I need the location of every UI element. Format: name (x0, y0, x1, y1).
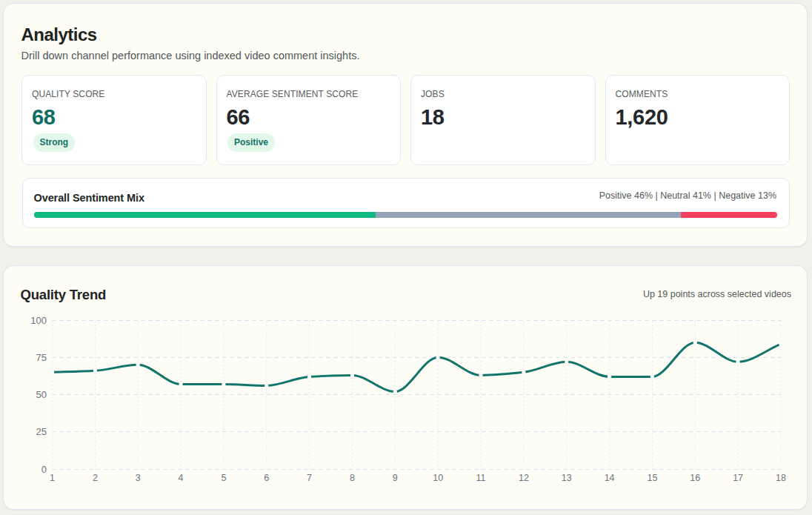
svg-text:13: 13 (562, 473, 572, 483)
svg-text:16: 16 (690, 473, 700, 483)
svg-text:4: 4 (179, 473, 184, 483)
svg-text:50: 50 (36, 389, 47, 400)
svg-text:9: 9 (393, 473, 398, 483)
svg-text:17: 17 (733, 473, 743, 483)
svg-text:100: 100 (30, 315, 47, 326)
svg-text:3: 3 (136, 473, 141, 483)
svg-text:18: 18 (776, 473, 786, 483)
svg-text:15: 15 (647, 473, 657, 483)
svg-text:10: 10 (433, 473, 443, 483)
svg-text:75: 75 (36, 352, 47, 363)
svg-text:6: 6 (264, 473, 269, 483)
svg-text:14: 14 (605, 473, 615, 483)
svg-text:11: 11 (476, 473, 486, 483)
svg-text:7: 7 (307, 473, 312, 483)
svg-text:2: 2 (93, 473, 98, 483)
svg-text:12: 12 (519, 473, 529, 483)
svg-text:8: 8 (350, 473, 355, 483)
svg-text:1: 1 (50, 473, 55, 483)
svg-text:0: 0 (41, 464, 47, 475)
svg-text:25: 25 (36, 426, 47, 437)
svg-text:5: 5 (221, 473, 226, 483)
